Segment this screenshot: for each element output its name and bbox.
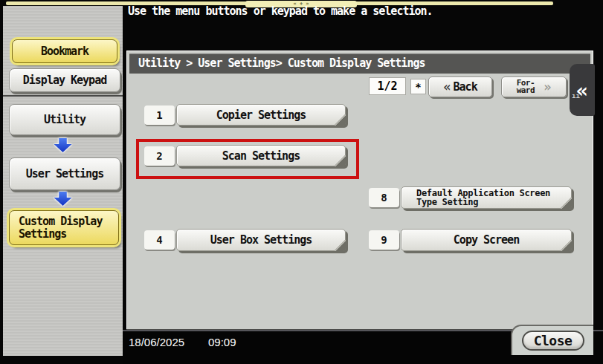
status-message: Use the menu buttons or keypad to make a… bbox=[128, 4, 433, 18]
flow-down-arrow-icon bbox=[54, 138, 72, 152]
breadcrumb: Utility > User Settings> Custom Display … bbox=[129, 53, 590, 74]
copier-touch-screen: « + » Use the menu buttons or keypad to … bbox=[0, 0, 603, 364]
close-panel: Close bbox=[511, 325, 593, 355]
menu-button-copy-screen[interactable]: Copy Screen bbox=[401, 229, 572, 251]
menu-button-user-box-settings[interactable]: User Box Settings bbox=[176, 229, 346, 251]
main-panel: Utility > User Settings> Custom Display … bbox=[126, 51, 593, 331]
forward-button[interactable]: For- ward » bbox=[501, 77, 567, 97]
menu-key-9: 9 bbox=[369, 230, 399, 250]
menu-key-8: 8 bbox=[369, 188, 399, 207]
grip-icon: ıı bbox=[572, 92, 580, 100]
sidebar-item-display-keypad[interactable]: Display Keypad bbox=[9, 68, 120, 92]
menu-button-default-application-screen-type-setting[interactable]: Default Application Screen Type Setting bbox=[401, 186, 572, 209]
close-button[interactable]: Close bbox=[522, 331, 584, 351]
collapse-panel-tab[interactable]: « ıı bbox=[570, 64, 595, 116]
menu-button-copier-settings[interactable]: Copier Settings bbox=[176, 104, 346, 126]
forward-button-label-line2: ward bbox=[517, 87, 535, 94]
sidebar-divider bbox=[3, 95, 123, 97]
page-indicator: 1/2 bbox=[369, 77, 406, 95]
flow-down-arrow-icon bbox=[54, 192, 72, 206]
menu-button-scan-settings[interactable]: Scan Settings bbox=[176, 145, 346, 166]
star-key[interactable]: * bbox=[410, 79, 426, 94]
menu-key-4: 4 bbox=[144, 230, 175, 250]
back-button[interactable]: « Back bbox=[428, 77, 492, 97]
footer-time: 09:09 bbox=[208, 336, 236, 348]
sidebar: Bookmark Display Keypad Utility User Set… bbox=[3, 6, 123, 356]
double-right-chevron-icon: » bbox=[544, 79, 551, 94]
back-button-label: Back bbox=[454, 80, 477, 94]
menu-key-1: 1 bbox=[144, 105, 175, 125]
footer-date: 18/06/2025 bbox=[129, 336, 184, 348]
sidebar-item-bookmark[interactable]: Bookmark bbox=[12, 39, 117, 63]
sidebar-item-user-settings[interactable]: User Settings bbox=[9, 157, 120, 190]
sidebar-item-utility[interactable]: Utility bbox=[9, 104, 120, 135]
double-left-chevron-icon: « bbox=[443, 79, 450, 94]
sidebar-item-custom-display-settings[interactable]: Custom Display Settings bbox=[9, 210, 119, 245]
menu-key-2: 2 bbox=[144, 146, 175, 166]
